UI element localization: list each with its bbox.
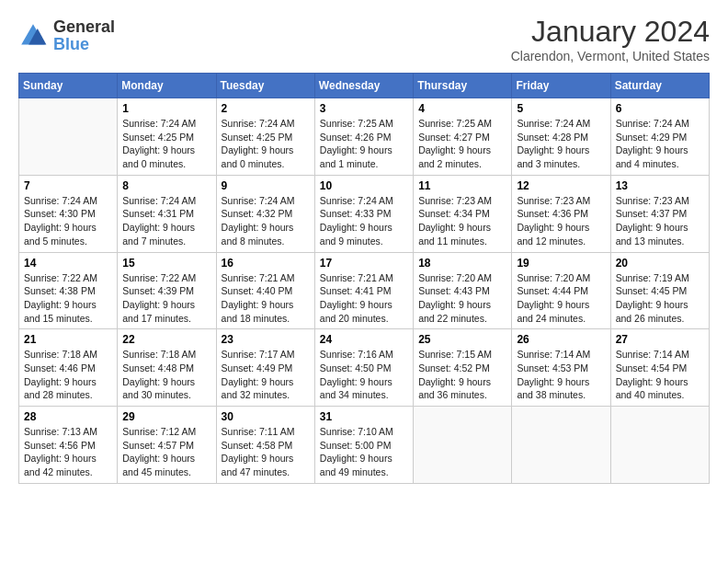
logo-icon xyxy=(18,21,48,51)
header-thursday: Thursday xyxy=(414,74,512,98)
cell-content: Sunrise: 7:22 AMSunset: 4:38 PMDaylight:… xyxy=(24,271,112,326)
cell-0-6: 6Sunrise: 7:24 AMSunset: 4:29 PMDaylight… xyxy=(610,98,709,176)
cell-2-1: 15Sunrise: 7:22 AMSunset: 4:39 PMDayligh… xyxy=(118,252,216,329)
week-row-2: 7Sunrise: 7:24 AMSunset: 4:30 PMDaylight… xyxy=(19,175,710,252)
day-number: 19 xyxy=(517,257,605,270)
cell-3-4: 25Sunrise: 7:15 AMSunset: 4:52 PMDayligh… xyxy=(414,329,512,407)
cell-content: Sunrise: 7:10 AMSunset: 5:00 PMDaylight:… xyxy=(320,425,408,479)
header-sunday: Sunday xyxy=(19,74,118,98)
day-number: 29 xyxy=(122,410,210,423)
week-row-5: 28Sunrise: 7:13 AMSunset: 4:56 PMDayligh… xyxy=(19,407,710,484)
day-number: 10 xyxy=(320,179,408,192)
cell-3-3: 24Sunrise: 7:16 AMSunset: 4:50 PMDayligh… xyxy=(314,329,413,407)
day-number: 31 xyxy=(320,410,408,423)
day-number: 5 xyxy=(517,102,605,115)
week-row-1: 1Sunrise: 7:24 AMSunset: 4:25 PMDaylight… xyxy=(19,98,710,176)
cell-1-1: 8Sunrise: 7:24 AMSunset: 4:31 PMDaylight… xyxy=(118,175,216,252)
cell-content: Sunrise: 7:15 AMSunset: 4:52 PMDaylight:… xyxy=(418,348,506,402)
cell-0-5: 5Sunrise: 7:24 AMSunset: 4:28 PMDaylight… xyxy=(512,98,610,176)
cell-content: Sunrise: 7:14 AMSunset: 4:53 PMDaylight:… xyxy=(517,348,605,402)
cell-2-0: 14Sunrise: 7:22 AMSunset: 4:38 PMDayligh… xyxy=(19,252,118,329)
day-number: 13 xyxy=(616,179,704,192)
cell-4-5 xyxy=(512,407,610,484)
cell-content: Sunrise: 7:22 AMSunset: 4:39 PMDaylight:… xyxy=(122,271,210,326)
day-number: 17 xyxy=(320,257,408,270)
cell-0-0 xyxy=(19,98,118,176)
cell-content: Sunrise: 7:19 AMSunset: 4:45 PMDaylight:… xyxy=(616,271,704,326)
cell-content: Sunrise: 7:25 AMSunset: 4:27 PMDaylight:… xyxy=(418,117,506,171)
day-number: 4 xyxy=(418,102,506,115)
day-number: 3 xyxy=(320,102,408,115)
header-saturday: Saturday xyxy=(610,74,709,98)
cell-2-5: 19Sunrise: 7:20 AMSunset: 4:44 PMDayligh… xyxy=(512,252,610,329)
day-number: 24 xyxy=(320,333,408,346)
cell-content: Sunrise: 7:23 AMSunset: 4:34 PMDaylight:… xyxy=(418,194,506,248)
day-number: 23 xyxy=(222,333,310,346)
cell-content: Sunrise: 7:24 AMSunset: 4:25 PMDaylight:… xyxy=(222,117,310,171)
cell-content: Sunrise: 7:24 AMSunset: 4:25 PMDaylight:… xyxy=(122,117,210,171)
location: Clarendon, Vermont, United States xyxy=(511,49,710,63)
cell-3-2: 23Sunrise: 7:17 AMSunset: 4:49 PMDayligh… xyxy=(216,329,314,407)
cell-4-2: 30Sunrise: 7:11 AMSunset: 4:58 PMDayligh… xyxy=(216,407,314,484)
page-header: General Blue January 2024 Clarendon, Ver… xyxy=(18,15,710,63)
cell-1-2: 9Sunrise: 7:24 AMSunset: 4:32 PMDaylight… xyxy=(216,175,314,252)
cell-content: Sunrise: 7:21 AMSunset: 4:41 PMDaylight:… xyxy=(320,271,408,326)
day-number: 22 xyxy=(122,333,210,346)
month-title: January 2024 xyxy=(511,15,710,49)
cell-1-5: 12Sunrise: 7:23 AMSunset: 4:36 PMDayligh… xyxy=(512,175,610,252)
cell-content: Sunrise: 7:23 AMSunset: 4:37 PMDaylight:… xyxy=(616,194,704,248)
day-number: 25 xyxy=(418,333,506,346)
cell-3-6: 27Sunrise: 7:14 AMSunset: 4:54 PMDayligh… xyxy=(610,329,709,407)
week-row-4: 21Sunrise: 7:18 AMSunset: 4:46 PMDayligh… xyxy=(19,329,710,407)
cell-4-3: 31Sunrise: 7:10 AMSunset: 5:00 PMDayligh… xyxy=(314,407,413,484)
header-row: SundayMondayTuesdayWednesdayThursdayFrid… xyxy=(19,74,710,98)
day-number: 11 xyxy=(418,179,506,192)
cell-1-4: 11Sunrise: 7:23 AMSunset: 4:34 PMDayligh… xyxy=(414,175,512,252)
cell-4-4 xyxy=(414,407,512,484)
cell-content: Sunrise: 7:18 AMSunset: 4:46 PMDaylight:… xyxy=(24,348,112,402)
cell-content: Sunrise: 7:24 AMSunset: 4:32 PMDaylight:… xyxy=(222,194,310,248)
day-number: 20 xyxy=(616,257,704,270)
cell-0-2: 2Sunrise: 7:24 AMSunset: 4:25 PMDaylight… xyxy=(216,98,314,176)
day-number: 14 xyxy=(24,257,112,270)
cell-4-6 xyxy=(610,407,709,484)
day-number: 16 xyxy=(222,257,310,270)
cell-content: Sunrise: 7:13 AMSunset: 4:56 PMDaylight:… xyxy=(24,425,112,479)
day-number: 1 xyxy=(122,102,210,115)
cell-content: Sunrise: 7:24 AMSunset: 4:28 PMDaylight:… xyxy=(517,117,605,171)
day-number: 9 xyxy=(222,179,310,192)
cell-content: Sunrise: 7:11 AMSunset: 4:58 PMDaylight:… xyxy=(222,425,310,479)
day-number: 2 xyxy=(222,102,310,115)
day-number: 28 xyxy=(24,410,112,423)
cell-content: Sunrise: 7:24 AMSunset: 4:31 PMDaylight:… xyxy=(122,194,210,248)
header-monday: Monday xyxy=(118,74,216,98)
day-number: 12 xyxy=(517,179,605,192)
cell-content: Sunrise: 7:18 AMSunset: 4:48 PMDaylight:… xyxy=(122,348,210,402)
cell-content: Sunrise: 7:23 AMSunset: 4:36 PMDaylight:… xyxy=(517,194,605,248)
cell-2-4: 18Sunrise: 7:20 AMSunset: 4:43 PMDayligh… xyxy=(414,252,512,329)
header-tuesday: Tuesday xyxy=(216,74,314,98)
cell-2-2: 16Sunrise: 7:21 AMSunset: 4:40 PMDayligh… xyxy=(216,252,314,329)
cell-content: Sunrise: 7:25 AMSunset: 4:26 PMDaylight:… xyxy=(320,117,408,171)
cell-content: Sunrise: 7:17 AMSunset: 4:49 PMDaylight:… xyxy=(222,348,310,402)
header-friday: Friday xyxy=(512,74,610,98)
cell-content: Sunrise: 7:16 AMSunset: 4:50 PMDaylight:… xyxy=(320,348,408,402)
cell-2-6: 20Sunrise: 7:19 AMSunset: 4:45 PMDayligh… xyxy=(610,252,709,329)
cell-4-0: 28Sunrise: 7:13 AMSunset: 4:56 PMDayligh… xyxy=(19,407,118,484)
cell-3-1: 22Sunrise: 7:18 AMSunset: 4:48 PMDayligh… xyxy=(118,329,216,407)
cell-content: Sunrise: 7:24 AMSunset: 4:30 PMDaylight:… xyxy=(24,194,112,248)
cell-0-1: 1Sunrise: 7:24 AMSunset: 4:25 PMDaylight… xyxy=(118,98,216,176)
cell-content: Sunrise: 7:20 AMSunset: 4:44 PMDaylight:… xyxy=(517,271,605,326)
day-number: 7 xyxy=(24,179,112,192)
logo: General Blue xyxy=(18,18,115,53)
cell-content: Sunrise: 7:20 AMSunset: 4:43 PMDaylight:… xyxy=(418,271,506,326)
cell-1-6: 13Sunrise: 7:23 AMSunset: 4:37 PMDayligh… xyxy=(610,175,709,252)
day-number: 18 xyxy=(418,257,506,270)
cell-3-0: 21Sunrise: 7:18 AMSunset: 4:46 PMDayligh… xyxy=(19,329,118,407)
cell-content: Sunrise: 7:12 AMSunset: 4:57 PMDaylight:… xyxy=(122,425,210,479)
title-area: January 2024 Clarendon, Vermont, United … xyxy=(511,15,710,63)
cell-content: Sunrise: 7:24 AMSunset: 4:33 PMDaylight:… xyxy=(320,194,408,248)
cell-content: Sunrise: 7:14 AMSunset: 4:54 PMDaylight:… xyxy=(616,348,704,402)
cell-4-1: 29Sunrise: 7:12 AMSunset: 4:57 PMDayligh… xyxy=(118,407,216,484)
cell-content: Sunrise: 7:24 AMSunset: 4:29 PMDaylight:… xyxy=(616,117,704,171)
